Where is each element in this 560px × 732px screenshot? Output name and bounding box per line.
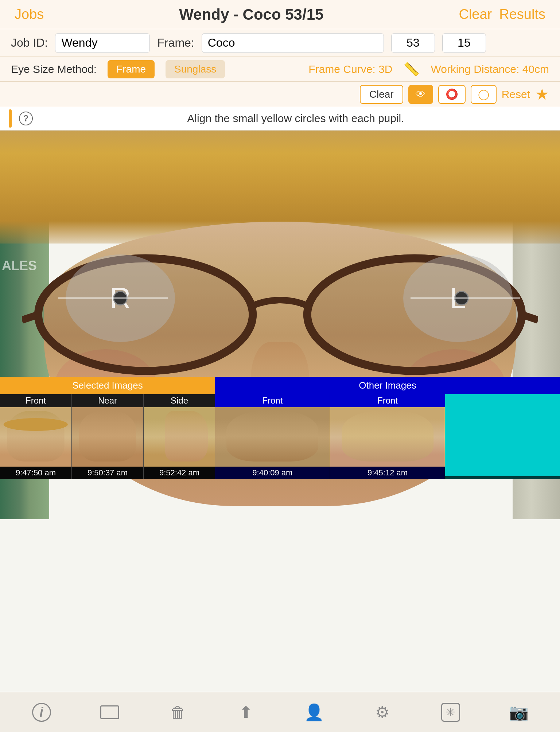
instruction-text: Align the small yellow circles with each… [40, 112, 551, 125]
job-id-input[interactable] [55, 33, 150, 53]
help-badge[interactable]: ? [19, 112, 33, 125]
thumb-other-time-front1: 9:40:09 am [215, 467, 330, 479]
person-icon: 👤 [304, 703, 324, 722]
display-button[interactable] [92, 696, 128, 729]
bottom-toolbar: i 🗑 ⬆ 👤 ⚙ ✳ 📷 [0, 692, 560, 732]
page-title: Wendy - Coco 53/15 [44, 6, 459, 23]
frame-toggle-button[interactable]: Frame [108, 60, 155, 78]
thumb-time-side: 9:52:42 am [144, 467, 215, 479]
delete-button[interactable]: 🗑 [160, 696, 196, 729]
sunglass-toggle-button[interactable]: Sunglass [166, 60, 225, 78]
form-row2: Eye Size Method: Frame Sunglass Frame Cu… [0, 57, 560, 82]
toolbar-row: Clear 👁 ⭕ ◯ Reset ★ [0, 82, 560, 107]
eye-tool-button[interactable]: 👁 [408, 85, 433, 104]
other-images-header: Other Images [215, 377, 560, 394]
thumbnail-selected-near[interactable]: Near 9:50:37 am [72, 394, 144, 479]
trash-icon: 🗑 [170, 703, 186, 721]
eye-size-method-label: Eye Size Method: [11, 63, 97, 75]
thumb-other-img-front2 [330, 407, 445, 467]
form-row1: Job ID: Frame: [0, 29, 560, 57]
main-image-area: ALES R [0, 131, 560, 519]
gear-icon: ⚙ [375, 703, 389, 721]
thumb-time-front: 9:47:50 am [0, 467, 71, 479]
thumb-other-img-front1 [215, 407, 330, 467]
camera-button[interactable]: 📷 [501, 696, 537, 729]
instruction-bar: ? Align the small yellow circles with ea… [0, 107, 560, 131]
thumbnail-selected-front[interactable]: Front 9:47:50 am [0, 394, 72, 479]
camera-icon: 📷 [509, 703, 529, 722]
jobs-button[interactable]: Jobs [15, 7, 44, 22]
results-button[interactable]: Results [499, 7, 545, 22]
settings-button[interactable]: ⚙ [364, 696, 401, 729]
thumb-empty-time [445, 476, 560, 479]
thumbnail-other-empty [445, 394, 560, 479]
thumb-label-near: Near [98, 394, 117, 407]
thumb-label-front: Front [26, 394, 46, 407]
share-icon: ⬆ [239, 703, 253, 721]
frame-label: Frame: [157, 36, 194, 50]
person-button[interactable]: 👤 [296, 696, 332, 729]
binocular-icon: ⭕ [446, 88, 458, 100]
thumb-other-label-front2: Front [377, 394, 398, 407]
other-images-section: Other Images Front 9:40:09 am Front [215, 377, 560, 479]
thumbnail-strip: Selected Images Front 9:47:50 am Near [0, 377, 560, 479]
display-icon [100, 705, 119, 719]
lens-icon: ◯ [478, 88, 489, 100]
reset-button[interactable]: Reset [502, 88, 530, 101]
thumbnail-other-front2[interactable]: Front 9:45:12 am [330, 394, 446, 479]
thumb-time-near: 9:50:37 am [72, 467, 143, 479]
thumbnail-selected-side[interactable]: Side 9:52:42 am [144, 394, 215, 479]
left-indicator [9, 109, 12, 128]
lens-tool-button[interactable]: ◯ [471, 85, 497, 104]
thumbnail-other-front1[interactable]: Front 9:40:09 am [215, 394, 330, 479]
working-distance-label: Working Distance: 40cm [431, 63, 549, 75]
selected-images-header: Selected Images [0, 377, 215, 394]
thumb-img-side [144, 407, 215, 467]
top-nav: Jobs Wendy - Coco 53/15 Clear Results [0, 0, 560, 29]
info-button[interactable]: i [23, 696, 60, 729]
frame-num2-input[interactable] [442, 33, 486, 53]
frame-num1-input[interactable] [391, 33, 435, 53]
thumb-other-label-front1: Front [262, 394, 283, 407]
clear-button[interactable]: Clear [360, 85, 403, 104]
thumb-img-front [0, 407, 71, 467]
left-pupil-hline [411, 297, 520, 299]
star-button[interactable]: ★ [535, 85, 549, 103]
frame-curve-label: Frame Curve: 3D [308, 63, 392, 75]
thumb-label-side: Side [171, 394, 188, 407]
ruler-icon: 📏 [403, 62, 420, 77]
thumb-other-time-front2: 9:45:12 am [330, 467, 445, 479]
info-icon: i [32, 703, 51, 722]
share-button[interactable]: ⬆ [228, 696, 264, 729]
right-pupil-hline [58, 297, 168, 299]
snowflake-button[interactable]: ✳ [432, 696, 469, 729]
clear-nav-button[interactable]: Clear [459, 7, 492, 22]
frame-input[interactable] [202, 33, 384, 53]
eye-icon: 👁 [416, 88, 426, 100]
thumb-empty-img [445, 397, 560, 476]
selected-images-section: Selected Images Front 9:47:50 am Near [0, 377, 215, 479]
thumb-img-near [72, 407, 143, 467]
binocular-tool-button[interactable]: ⭕ [438, 85, 466, 104]
job-id-label: Job ID: [11, 36, 48, 50]
snowflake-icon: ✳ [441, 703, 460, 722]
